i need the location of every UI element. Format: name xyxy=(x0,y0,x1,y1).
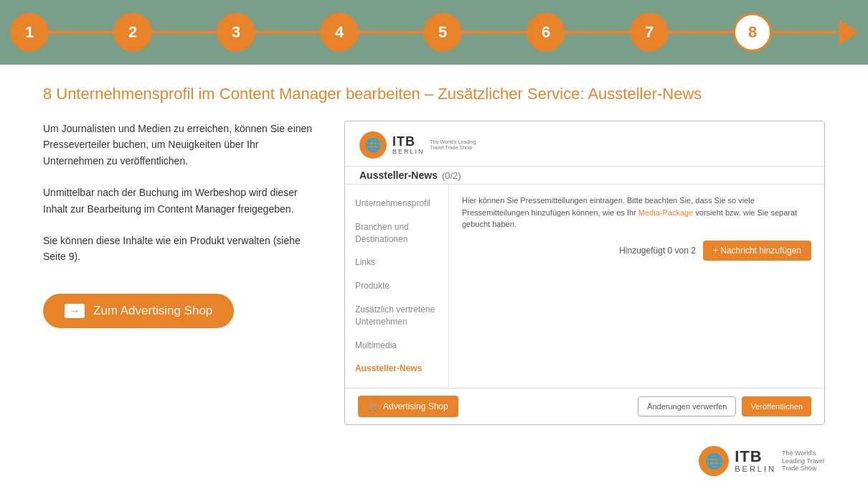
step-line-7 xyxy=(669,31,733,34)
step-8[interactable]: 8 xyxy=(733,13,772,52)
itb-bold: ITB xyxy=(392,135,425,148)
step-2[interactable]: 2 xyxy=(113,13,152,52)
paragraph-3: Sie können diese Inhalte wie ein Produkt… xyxy=(43,233,316,265)
step-7[interactable]: 7 xyxy=(630,13,669,52)
cm-discard-button[interactable]: Änderungen verwerfen xyxy=(638,396,736,416)
cm-publish-button[interactable]: Veröffentlichen xyxy=(742,396,811,416)
step-5[interactable]: 5 xyxy=(423,13,462,52)
cm-nav-links[interactable]: Links xyxy=(345,251,448,274)
cm-shop-button[interactable]: 🛒 Advertising Shop xyxy=(358,396,458,417)
itb-text: ITB BERLIN xyxy=(392,135,425,155)
step-line-5 xyxy=(462,31,527,34)
cm-header: 🌐 ITB BERLIN The World's Leading Travel … xyxy=(345,121,824,167)
cm-nav-unternehmensprofil[interactable]: Unternehmensprofil xyxy=(345,192,448,215)
cm-shop-button-label: Advertising Shop xyxy=(383,401,448,411)
paragraph-1: Um Journalisten und Medien zu erreichen,… xyxy=(43,121,316,169)
content-row: Um Journalisten und Medien zu erreichen,… xyxy=(43,121,825,425)
cm-nav-multimedia[interactable]: Multimedia xyxy=(345,334,448,358)
bottom-itb-text: ITB BERLIN xyxy=(735,449,776,473)
step-4[interactable]: 4 xyxy=(320,13,359,52)
bottom-itb-tagline: The World's Leading Travel Trade Show xyxy=(782,450,839,472)
header-bar: 1 2 3 4 5 6 7 8 xyxy=(0,0,868,65)
cm-footer: 🛒 Advertising Shop Änderungen verwerfen … xyxy=(345,388,824,424)
cm-nav-aussteller-news[interactable]: Aussteller-News xyxy=(345,357,448,381)
cm-count-row: Hinzugefügt 0 von 2 + Nachricht hinzufüg… xyxy=(462,241,811,261)
cm-action-buttons: Änderungen verwerfen Veröffentlichen xyxy=(638,396,811,416)
media-package-link[interactable]: Media-Package xyxy=(638,208,693,217)
left-panel: Um Journalisten und Medien zu erreichen,… xyxy=(43,121,316,328)
cm-body: Unternehmensprofil Branchen und Destinat… xyxy=(345,185,824,388)
itb-berlin: BERLIN xyxy=(392,148,425,155)
cm-tab-area: Aussteller-News (0/2) xyxy=(345,167,824,185)
content-manager-panel: 🌐 ITB BERLIN The World's Leading Travel … xyxy=(344,121,825,425)
step-1[interactable]: 1 xyxy=(10,13,49,52)
cta-arrow-icon: → xyxy=(65,304,85,318)
step-line-2 xyxy=(152,31,217,34)
bottom-itb-bold: ITB xyxy=(735,449,776,465)
cm-nav-unternehmen[interactable]: Zusätzlich vertretene Unternehmen xyxy=(345,298,448,334)
cm-nav-branchen[interactable]: Branchen und Destinationen xyxy=(345,215,448,251)
itb-logo: 🌐 ITB BERLIN The World's Leading Travel … xyxy=(359,131,481,159)
cart-icon: 🛒 xyxy=(368,401,379,411)
step-line-8 xyxy=(772,31,836,34)
bottom-itb-berlin: BERLIN xyxy=(735,465,776,473)
cm-info-text: Hier können Sie Pressemitteilungen eintr… xyxy=(462,195,811,230)
step-line-3 xyxy=(255,31,320,34)
bottom-globe-icon: 🌐 xyxy=(699,446,729,476)
steps-arrow xyxy=(839,19,858,45)
itb-tagline: The World's Leading Travel Trade Show xyxy=(430,139,481,152)
steps-container: 1 2 3 4 5 6 7 8 xyxy=(10,13,858,52)
cm-tab-label: Aussteller-News xyxy=(359,169,438,181)
step-3[interactable]: 3 xyxy=(217,13,255,52)
cm-add-button[interactable]: + Nachricht hinzufügen xyxy=(703,241,811,261)
step-line-1 xyxy=(49,31,113,34)
cm-tab-badge: (0/2) xyxy=(442,170,461,181)
itb-globe-icon: 🌐 xyxy=(359,131,387,159)
cm-main-area: Hier können Sie Pressemitteilungen eintr… xyxy=(449,185,824,388)
main-content: 8 Unternehmensprofil im Content Manager … xyxy=(0,65,868,439)
cta-label: Zum Advertising Shop xyxy=(93,304,212,318)
cm-count-label: Hinzugefügt 0 von 2 xyxy=(619,246,696,256)
step-line-6 xyxy=(565,31,630,34)
cta-button[interactable]: → Zum Advertising Shop xyxy=(43,294,234,328)
cm-sidebar: Unternehmensprofil Branchen und Destinat… xyxy=(345,185,449,388)
step-line-4 xyxy=(359,31,423,34)
step-6[interactable]: 6 xyxy=(527,13,565,52)
paragraph-2: Unmittelbar nach der Buchung im Werbesho… xyxy=(43,185,316,217)
section-title: 8 Unternehmensprofil im Content Manager … xyxy=(43,85,825,103)
bottom-itb-logo: 🌐 ITB BERLIN The World's Leading Travel … xyxy=(699,446,839,476)
cm-nav-produkte[interactable]: Produkte xyxy=(345,274,448,298)
